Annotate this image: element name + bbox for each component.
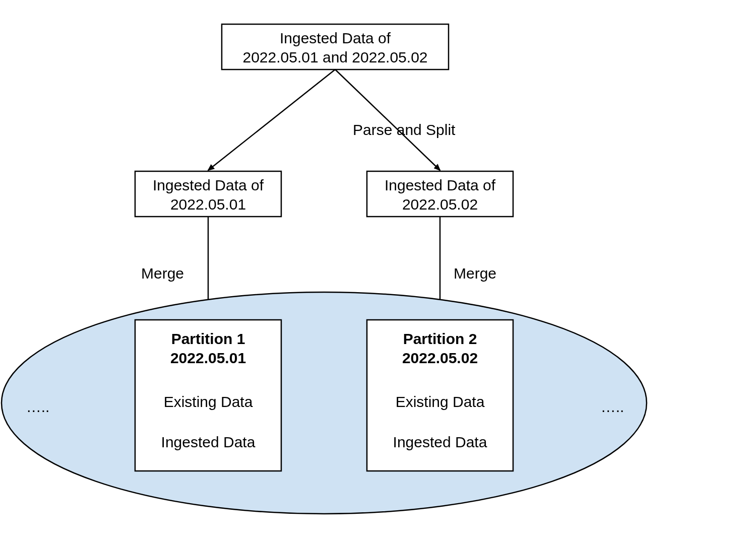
arrow-top-to-left [208,70,335,170]
ingested-data-combined-line1: Ingested Data of [280,30,391,46]
partition-2-date: 2022.05.02 [402,350,478,366]
partition-1-existing: Existing Data [164,393,253,410]
merge-label-left: Merge [141,265,184,282]
ingested-data-left-line1: Ingested Data of [153,177,264,193]
arrow-top-to-right [335,70,440,170]
ingested-data-left-line2: 2022.05.01 [170,196,246,213]
merge-label-right: Merge [454,265,496,282]
ingested-data-right-line2: 2022.05.02 [402,196,478,213]
partition-2-title: Partition 2 [403,330,477,347]
partition-1-date: 2022.05.01 [170,350,246,366]
ingested-data-right-line1: Ingested Data of [385,177,496,193]
partition-1-ingested: Ingested Data [161,434,256,450]
ellipsis-left: ….. [26,398,50,415]
partition-2-ingested: Ingested Data [393,434,487,450]
storage-ellipse [2,292,647,514]
partition-2-existing: Existing Data [396,393,485,410]
ellipsis-right: ….. [601,398,624,415]
partition-1-title: Partition 1 [171,330,245,347]
parse-split-label: Parse and Split [353,121,456,138]
ingested-data-combined-line2: 2022.05.01 and 2022.05.02 [242,49,427,65]
